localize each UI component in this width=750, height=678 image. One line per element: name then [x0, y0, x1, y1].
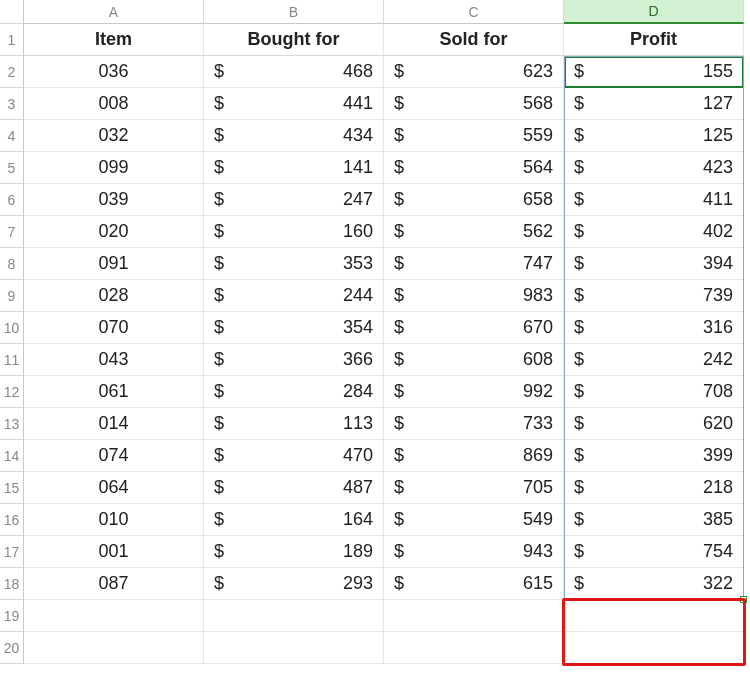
- cell-C20[interactable]: [384, 632, 564, 664]
- cell-A10[interactable]: 070: [24, 312, 204, 344]
- cell-B9[interactable]: $244: [204, 280, 384, 312]
- cell-D4[interactable]: $125: [564, 120, 744, 152]
- row-header-17[interactable]: 17: [0, 536, 24, 568]
- column-header-A[interactable]: A: [24, 0, 204, 24]
- cell-D3[interactable]: $127: [564, 88, 744, 120]
- cell-A11[interactable]: 043: [24, 344, 204, 376]
- cell-C9[interactable]: $983: [384, 280, 564, 312]
- cell-B5[interactable]: $141: [204, 152, 384, 184]
- cell-C4[interactable]: $559: [384, 120, 564, 152]
- cell-C7[interactable]: $562: [384, 216, 564, 248]
- cell-D19[interactable]: [564, 600, 744, 632]
- cell-A13[interactable]: 014: [24, 408, 204, 440]
- cell-C16[interactable]: $549: [384, 504, 564, 536]
- cell-A5[interactable]: 099: [24, 152, 204, 184]
- column-header-C[interactable]: C: [384, 0, 564, 24]
- row-header-20[interactable]: 20: [0, 632, 24, 664]
- cell-B13[interactable]: $113: [204, 408, 384, 440]
- cell-C13[interactable]: $733: [384, 408, 564, 440]
- header-cell-A[interactable]: Item: [24, 24, 204, 56]
- cell-B14[interactable]: $470: [204, 440, 384, 472]
- cell-C19[interactable]: [384, 600, 564, 632]
- row-header-13[interactable]: 13: [0, 408, 24, 440]
- row-header-8[interactable]: 8: [0, 248, 24, 280]
- row-header-9[interactable]: 9: [0, 280, 24, 312]
- cell-B3[interactable]: $441: [204, 88, 384, 120]
- cell-A20[interactable]: [24, 632, 204, 664]
- row-header-18[interactable]: 18: [0, 568, 24, 600]
- row-header-2[interactable]: 2: [0, 56, 24, 88]
- cell-B16[interactable]: $164: [204, 504, 384, 536]
- row-header-5[interactable]: 5: [0, 152, 24, 184]
- cell-B2[interactable]: $468: [204, 56, 384, 88]
- cell-B10[interactable]: $354: [204, 312, 384, 344]
- row-header-10[interactable]: 10: [0, 312, 24, 344]
- cell-A17[interactable]: 001: [24, 536, 204, 568]
- cell-D8[interactable]: $394: [564, 248, 744, 280]
- row-header-3[interactable]: 3: [0, 88, 24, 120]
- row-header-12[interactable]: 12: [0, 376, 24, 408]
- cell-A3[interactable]: 008: [24, 88, 204, 120]
- cell-A4[interactable]: 032: [24, 120, 204, 152]
- cell-D17[interactable]: $754: [564, 536, 744, 568]
- cell-D10[interactable]: $316: [564, 312, 744, 344]
- cell-A14[interactable]: 074: [24, 440, 204, 472]
- row-header-14[interactable]: 14: [0, 440, 24, 472]
- spreadsheet-grid[interactable]: ABCD1ItemBought forSold forProfit2036$46…: [0, 0, 750, 664]
- cell-A12[interactable]: 061: [24, 376, 204, 408]
- cell-A15[interactable]: 064: [24, 472, 204, 504]
- cell-B18[interactable]: $293: [204, 568, 384, 600]
- cell-B8[interactable]: $353: [204, 248, 384, 280]
- cell-C15[interactable]: $705: [384, 472, 564, 504]
- cell-A18[interactable]: 087: [24, 568, 204, 600]
- row-header-19[interactable]: 19: [0, 600, 24, 632]
- cell-D16[interactable]: $385: [564, 504, 744, 536]
- column-header-B[interactable]: B: [204, 0, 384, 24]
- cell-C6[interactable]: $658: [384, 184, 564, 216]
- row-header-4[interactable]: 4: [0, 120, 24, 152]
- row-header-1[interactable]: 1: [0, 24, 24, 56]
- header-cell-C[interactable]: Sold for: [384, 24, 564, 56]
- cell-A19[interactable]: [24, 600, 204, 632]
- row-header-15[interactable]: 15: [0, 472, 24, 504]
- cell-A16[interactable]: 010: [24, 504, 204, 536]
- cell-C3[interactable]: $568: [384, 88, 564, 120]
- row-header-6[interactable]: 6: [0, 184, 24, 216]
- cell-A8[interactable]: 091: [24, 248, 204, 280]
- cell-D15[interactable]: $218: [564, 472, 744, 504]
- cell-B17[interactable]: $189: [204, 536, 384, 568]
- column-header-D[interactable]: D: [564, 0, 744, 24]
- cell-B11[interactable]: $366: [204, 344, 384, 376]
- cell-A2[interactable]: 036: [24, 56, 204, 88]
- cell-C17[interactable]: $943: [384, 536, 564, 568]
- header-cell-B[interactable]: Bought for: [204, 24, 384, 56]
- cell-D20[interactable]: [564, 632, 744, 664]
- cell-D2[interactable]: $155: [564, 56, 744, 88]
- cell-D7[interactable]: $402: [564, 216, 744, 248]
- header-cell-D[interactable]: Profit: [564, 24, 744, 56]
- cell-B15[interactable]: $487: [204, 472, 384, 504]
- select-all-corner[interactable]: [0, 0, 24, 24]
- cell-D14[interactable]: $399: [564, 440, 744, 472]
- cell-C12[interactable]: $992: [384, 376, 564, 408]
- cell-A6[interactable]: 039: [24, 184, 204, 216]
- cell-C8[interactable]: $747: [384, 248, 564, 280]
- cell-C11[interactable]: $608: [384, 344, 564, 376]
- cell-B12[interactable]: $284: [204, 376, 384, 408]
- cell-B6[interactable]: $247: [204, 184, 384, 216]
- cell-A9[interactable]: 028: [24, 280, 204, 312]
- row-header-11[interactable]: 11: [0, 344, 24, 376]
- row-header-16[interactable]: 16: [0, 504, 24, 536]
- cell-D5[interactable]: $423: [564, 152, 744, 184]
- cell-D9[interactable]: $739: [564, 280, 744, 312]
- cell-B7[interactable]: $160: [204, 216, 384, 248]
- cell-D12[interactable]: $708: [564, 376, 744, 408]
- cell-D6[interactable]: $411: [564, 184, 744, 216]
- cell-B19[interactable]: [204, 600, 384, 632]
- cell-D13[interactable]: $620: [564, 408, 744, 440]
- cell-B4[interactable]: $434: [204, 120, 384, 152]
- cell-B20[interactable]: [204, 632, 384, 664]
- cell-C18[interactable]: $615: [384, 568, 564, 600]
- cell-C5[interactable]: $564: [384, 152, 564, 184]
- cell-C2[interactable]: $623: [384, 56, 564, 88]
